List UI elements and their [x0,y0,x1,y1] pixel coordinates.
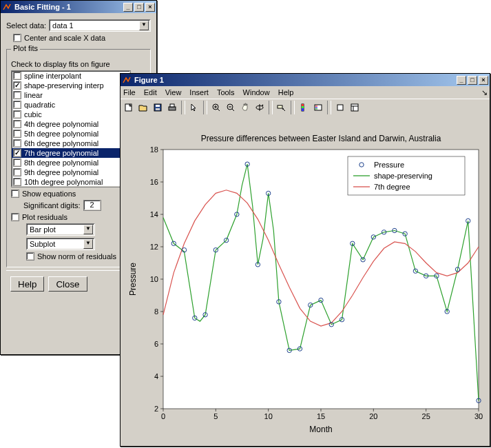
svg-rect-4 [169,107,176,110]
fit-list[interactable]: spline interpolantshape-preserving inter… [11,70,131,187]
svg-text:7th degree: 7th degree [374,183,410,191]
chart: 05101520253024681012141618Pressure diffe… [121,115,490,445]
fit-checkbox[interactable] [13,168,21,176]
fig-title: Figure 1 [134,76,455,84]
svg-rect-2 [156,105,160,107]
svg-text:5: 5 [213,412,218,420]
fit-checkbox[interactable] [13,110,21,119]
chevron-down-icon: ▼ [83,239,93,249]
svg-text:25: 25 [422,412,430,420]
svg-text:Month: Month [309,425,332,434]
menu-items[interactable]: FileEditViewInsertToolsWindowHelp [123,88,293,96]
save-button[interactable] [151,101,165,114]
fit-checkbox[interactable] [13,120,21,128]
fit-checkbox[interactable] [13,130,21,138]
plot-residuals-checkbox[interactable] [11,213,19,221]
svg-rect-14 [278,105,282,108]
fig-titlebar[interactable]: Figure 1 _ □ × [121,74,490,86]
sig-digits-input[interactable]: 2 [83,200,101,211]
fit-option[interactable]: shape-preserving interp [12,81,130,90]
residual-where-dropdown[interactable]: Subplot ▼ [26,238,95,250]
data-cursor-button[interactable] [275,101,289,114]
menu-window[interactable]: Window [243,88,270,96]
fit-option[interactable]: 10th degree polynomial [12,177,130,187]
plot-area[interactable]: 05101520253024681012141618Pressure diffe… [121,115,490,446]
fit-label: 9th degree polynomial [24,168,98,176]
svg-text:20: 20 [369,412,377,420]
svg-text:12: 12 [150,243,158,251]
svg-rect-19 [302,106,304,108]
fit-option[interactable]: quadratic [12,100,130,110]
menu-view[interactable]: View [165,88,182,96]
fit-checkbox[interactable] [13,149,21,157]
zoom-out-button[interactable] [224,101,238,114]
fit-label: 6th degree polynomial [24,139,98,147]
maximize-button[interactable]: □ [468,76,477,85]
svg-rect-26 [351,104,358,111]
show-norm-checkbox[interactable] [26,252,34,261]
fit-option[interactable]: 4th degree polynomial [12,119,130,129]
svg-text:shape-preserving: shape-preserving [374,172,432,180]
fit-option[interactable]: linear [12,90,130,100]
close-button[interactable]: × [479,76,488,85]
fit-option[interactable]: 8th degree polynomial [12,158,130,167]
fit-option[interactable]: 5th degree polynomial [12,129,130,139]
colorbar-button[interactable] [297,101,311,114]
svg-rect-25 [337,105,343,110]
hide-tools-button[interactable] [333,101,347,114]
show-equations-checkbox[interactable] [11,190,19,198]
close-button[interactable]: Close [48,276,87,292]
fit-checkbox[interactable] [13,178,21,186]
bf-titlebar[interactable]: Basic Fitting - 1 _ □ × [1,1,156,13]
plot-fits-title: Plot fits [11,44,40,52]
legend-button[interactable] [311,101,325,114]
toolbar [121,99,490,115]
fit-checkbox[interactable] [13,101,21,109]
open-button[interactable] [136,101,150,114]
menu-tools[interactable]: Tools [217,88,235,96]
maximize-button[interactable]: □ [134,3,144,12]
svg-text:10: 10 [264,412,273,420]
fit-option[interactable]: spline interpolant [12,71,130,81]
svg-rect-20 [302,108,304,111]
svg-text:6: 6 [154,340,158,348]
fit-option[interactable]: cubic [12,110,130,119]
center-scale-checkbox[interactable] [13,34,21,42]
svg-line-11 [232,109,234,111]
minimize-button[interactable]: _ [123,3,133,12]
fit-label: 5th degree polynomial [24,130,98,138]
fit-checkbox[interactable] [13,91,21,99]
svg-text:16: 16 [150,178,158,186]
fit-checkbox[interactable] [13,81,21,90]
menu-file[interactable]: File [123,88,136,96]
fit-option[interactable]: 9th degree polynomial [12,167,130,177]
svg-text:18: 18 [150,145,158,154]
rotate-3d-button[interactable] [253,101,267,114]
menu-help[interactable]: Help [278,88,294,96]
zoom-in-button[interactable] [209,101,223,114]
close-button[interactable]: × [145,3,155,12]
plot-residuals-label: Plot residuals [22,213,67,221]
help-button[interactable]: Help [10,276,44,292]
minimize-button[interactable]: _ [457,76,466,85]
svg-text:8: 8 [154,307,158,316]
svg-text:14: 14 [150,210,158,218]
menu-edit[interactable]: Edit [144,88,157,96]
fit-checkbox[interactable] [13,159,21,167]
dock-icon[interactable]: ↘ [481,88,487,97]
svg-text:4: 4 [154,372,158,380]
svg-text:15: 15 [317,412,325,420]
select-data-label: Select data: [6,21,46,30]
fit-checkbox[interactable] [13,139,21,147]
new-figure-button[interactable] [122,101,136,114]
select-data-dropdown[interactable]: data 1 ▼ [49,19,151,32]
fit-option[interactable]: 7th degree polynomial [12,148,130,158]
pointer-button[interactable] [187,101,201,114]
show-tools-button[interactable] [348,101,362,114]
menu-insert[interactable]: Insert [189,88,209,96]
print-button[interactable] [165,101,179,114]
pan-button[interactable] [238,101,252,114]
fit-checkbox[interactable] [13,72,21,80]
residual-type-dropdown[interactable]: Bar plot ▼ [26,223,95,236]
fit-option[interactable]: 6th degree polynomial [12,139,130,148]
